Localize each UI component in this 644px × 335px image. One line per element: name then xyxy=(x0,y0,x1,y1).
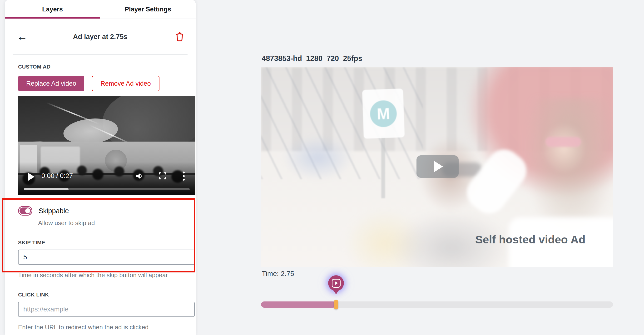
toggle-knob xyxy=(25,208,30,214)
tab-layers[interactable]: Layers xyxy=(5,0,100,18)
timeline-handle[interactable] xyxy=(334,300,338,309)
header-divider xyxy=(13,54,188,55)
video-title: 4873853-hd_1280_720_25fps xyxy=(262,54,362,63)
preview-stage: 4873853-hd_1280_720_25fps M Self hosted … xyxy=(196,0,644,335)
volume-icon[interactable] xyxy=(135,172,144,180)
thumb-progress-buffer xyxy=(24,188,68,190)
timeline-fill xyxy=(261,302,336,308)
marker-pin-tail xyxy=(332,289,340,294)
tab-player-settings[interactable]: Player Settings xyxy=(100,0,196,18)
ad-actions: Replace Ad video Remove Ad video xyxy=(18,76,182,91)
preview-video-frame[interactable]: M Self hosted video Ad xyxy=(261,67,613,267)
skippable-help: Allow user to skip ad xyxy=(38,219,182,227)
click-link-help: Enter the URL to redirect when the ad is… xyxy=(18,324,182,331)
marker-pin xyxy=(328,275,344,291)
custom-ad-label: CUSTOM AD xyxy=(18,64,182,70)
click-link-input[interactable] xyxy=(18,302,195,317)
timeline-time-label: Time: 2.75 xyxy=(262,270,294,278)
remove-ad-video-button[interactable]: Remove Ad video xyxy=(92,76,160,91)
kebab-menu-icon[interactable] xyxy=(183,172,185,180)
layer-title: Ad layer at 2.75s xyxy=(31,33,170,41)
fullscreen-icon[interactable] xyxy=(158,172,166,180)
layers-panel: Layers Player Settings ← Ad layer at 2.7… xyxy=(5,0,196,335)
click-link-label: CLICK LINK xyxy=(18,292,182,298)
panel-tabs: Layers Player Settings xyxy=(5,0,196,19)
skip-time-input[interactable] xyxy=(18,250,195,265)
play-icon xyxy=(434,161,443,172)
ad-video-player[interactable]: 0:00 / 0:27 xyxy=(18,96,196,195)
marker-play-icon xyxy=(332,279,340,288)
thumb-time-display: 0:00 / 0:27 xyxy=(42,172,73,180)
skip-time-help: Time in seconds after which the skip but… xyxy=(18,272,182,279)
thumb-progress-bar[interactable] xyxy=(24,188,190,190)
ad-overlay-text: Self hosted video Ad xyxy=(475,233,586,246)
skip-time-label: SKIP TIME xyxy=(18,240,182,246)
trash-icon xyxy=(176,32,184,42)
delete-layer-button[interactable] xyxy=(170,32,184,42)
preview-play-button[interactable] xyxy=(416,155,458,178)
timeline-slider[interactable] xyxy=(261,302,613,308)
skippable-toggle[interactable] xyxy=(18,206,32,216)
layer-header: ← Ad layer at 2.75s xyxy=(5,19,196,54)
ad-layer-marker[interactable] xyxy=(328,275,344,294)
thumb-controls: 0:00 / 0:27 xyxy=(18,171,196,183)
back-button[interactable]: ← xyxy=(17,31,31,42)
skippable-label: Skippable xyxy=(38,207,69,215)
play-icon[interactable] xyxy=(28,173,34,181)
replace-ad-video-button[interactable]: Replace Ad video xyxy=(18,76,84,91)
